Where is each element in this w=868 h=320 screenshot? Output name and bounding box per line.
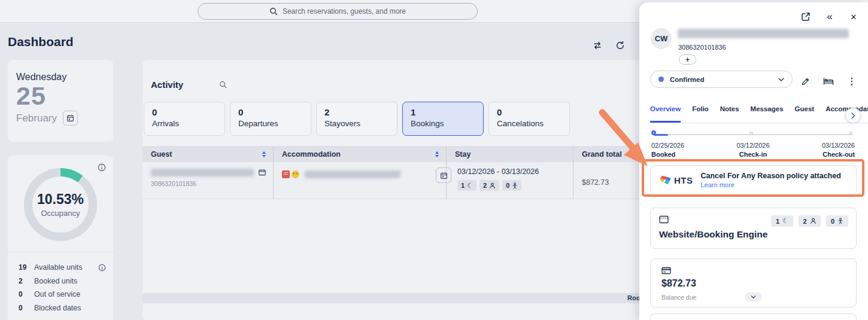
tab-overview[interactable]: Overview bbox=[650, 105, 681, 123]
timeline-dot-checkout bbox=[849, 132, 852, 135]
divider bbox=[8, 252, 113, 252]
date-day: 25 bbox=[16, 83, 105, 109]
cancellation-policy-card: HTS Cancel For Any Reason policy attache… bbox=[650, 165, 857, 195]
timeline-booked: 02/25/2026 Booked bbox=[651, 142, 684, 158]
occupancy-stats: 19 Available units 2 Booked units 0 Out … bbox=[8, 261, 113, 315]
column-header-guest[interactable]: Guest bbox=[142, 146, 273, 162]
accommodation-cell bbox=[273, 162, 446, 199]
refresh-icon[interactable] bbox=[613, 38, 627, 53]
sort-icon[interactable] bbox=[262, 151, 266, 157]
stat-tab-stayovers[interactable]: 2 Stayovers bbox=[316, 102, 397, 136]
global-search-input[interactable]: Search reservations, guests, and more bbox=[198, 3, 478, 20]
reservation-id: 3086320101836 bbox=[151, 180, 273, 187]
moon-icon: ☾ bbox=[782, 217, 788, 225]
moon-icon: ☾ bbox=[467, 182, 473, 190]
panel-tabs: Overview Folio Notes Messages Guest Acco… bbox=[650, 105, 868, 123]
balance-expand-button[interactable] bbox=[745, 292, 762, 301]
guest-name-redacted bbox=[678, 29, 849, 38]
open-new-window-icon[interactable] bbox=[800, 11, 812, 23]
balance-card: $872.73 Balance due bbox=[650, 258, 857, 307]
calendar-button[interactable] bbox=[63, 111, 78, 126]
guest-cell: 3086320101836 bbox=[142, 162, 273, 199]
child-icon bbox=[837, 218, 843, 224]
occupancy-percent: 10.53% bbox=[37, 191, 84, 208]
occupancy-label: Occupancy bbox=[41, 209, 80, 218]
child-icon bbox=[512, 182, 518, 189]
chevron-down-icon bbox=[778, 78, 784, 81]
nights-badge: 1 ☾ bbox=[771, 215, 793, 227]
accommodation-name-redacted bbox=[305, 170, 400, 178]
stat-out-of-service: 0 Out of service bbox=[8, 288, 113, 301]
occupancy-card: 10.53% Occupancy 19 Available units 2 Bo… bbox=[8, 156, 113, 320]
date-card: Wednesday 25 February bbox=[8, 60, 113, 142]
avatar: CW bbox=[651, 28, 672, 49]
hotel-emoji bbox=[282, 170, 290, 178]
footer-text: Roo bbox=[627, 294, 640, 301]
timeline-dot-checkin bbox=[749, 132, 753, 135]
stat-tab-bookings[interactable]: 1 Bookings bbox=[402, 102, 484, 136]
calendar-button[interactable] bbox=[436, 167, 451, 183]
edit-icon[interactable] bbox=[799, 75, 812, 88]
activity-stat-tabs: 0 Arrivals 0 Departures 2 Stayovers 1 Bo… bbox=[144, 102, 570, 136]
add-tag-button[interactable]: + bbox=[679, 54, 696, 65]
tab-folio[interactable]: Folio bbox=[692, 105, 708, 123]
booking-source-card: 1 ☾ 2 0 Website/Booking Engine bbox=[650, 208, 857, 249]
adults-badge: 2 bbox=[479, 180, 499, 191]
info-icon[interactable] bbox=[98, 163, 106, 172]
collapse-panel-icon[interactable]: « bbox=[824, 11, 836, 23]
stay-cell: 03/12/2026 - 03/13/2026 1 ☾ 2 bbox=[446, 162, 573, 199]
tab-guest[interactable]: Guest bbox=[795, 105, 815, 123]
person-icon bbox=[810, 218, 817, 224]
adults-badge: 2 bbox=[799, 215, 821, 227]
page-title: Dashboard bbox=[8, 35, 74, 49]
search-icon bbox=[269, 7, 278, 16]
next-card-partial bbox=[650, 313, 857, 320]
window-icon bbox=[259, 169, 266, 176]
booking-source-title: Website/Booking Engine bbox=[659, 229, 848, 240]
status-dot bbox=[658, 77, 664, 82]
timeline-dot-booked bbox=[651, 130, 656, 135]
timeline-checkin: 03/12/2026 Check-in bbox=[736, 142, 769, 158]
hts-logo-icon bbox=[660, 175, 672, 185]
stat-blocked-dates: 0 Blocked dates bbox=[8, 301, 113, 315]
activity-title: Activity bbox=[151, 80, 183, 90]
balance-amount: $872.73 bbox=[661, 278, 845, 289]
children-badge: 0 bbox=[502, 180, 521, 191]
guest-name-redacted bbox=[151, 169, 254, 176]
swap-icon[interactable] bbox=[590, 38, 605, 53]
column-header-stay[interactable]: Stay bbox=[446, 146, 573, 162]
tab-notes[interactable]: Notes bbox=[720, 105, 739, 123]
hts-logo: HTS bbox=[660, 175, 693, 185]
reservation-id: 3086320101836 bbox=[678, 44, 726, 51]
sort-icon[interactable] bbox=[435, 151, 439, 157]
bed-icon[interactable] bbox=[822, 75, 835, 88]
reservation-timeline: 02/25/2026 Booked 03/12/2026 Check-in 03… bbox=[651, 130, 855, 157]
nights-badge: 1 ☾ bbox=[457, 180, 477, 191]
person-icon bbox=[489, 182, 496, 189]
learn-more-link[interactable]: Learn more bbox=[701, 181, 841, 188]
hts-brand: HTS bbox=[674, 175, 693, 185]
tabs-scroll-right-button[interactable] bbox=[845, 108, 861, 123]
stay-dates: 03/12/2026 - 03/13/2026 bbox=[457, 167, 539, 176]
stat-booked-units: 2 Booked units bbox=[8, 275, 113, 288]
credit-card-icon bbox=[661, 267, 845, 275]
stat-tab-departures[interactable]: 0 Departures bbox=[230, 102, 311, 136]
status-dropdown[interactable]: Confirmed bbox=[650, 71, 793, 88]
kebab-menu-icon[interactable]: ⋮ bbox=[845, 75, 858, 88]
column-header-accommodation[interactable]: Accommodation bbox=[273, 146, 446, 162]
date-month: February bbox=[16, 112, 57, 124]
activity-search-icon[interactable] bbox=[219, 81, 227, 89]
search-placeholder: Search reservations, guests, and more bbox=[283, 7, 406, 16]
close-icon[interactable]: ✕ bbox=[848, 11, 860, 23]
children-badge: 0 bbox=[826, 215, 848, 227]
stat-tab-cancelations[interactable]: 0 Cancelations bbox=[488, 102, 570, 136]
policy-title: Cancel For Any Reason policy attached bbox=[701, 172, 841, 180]
timeline-checkout: 03/13/2026 Check-out bbox=[822, 142, 855, 158]
reservation-detail-panel: « ✕ CW 3086320101836 + Confirmed ⋮ Overv… bbox=[639, 2, 868, 320]
stat-tab-arrivals[interactable]: 0 Arrivals bbox=[144, 102, 225, 136]
stat-available-units: 19 Available units bbox=[8, 261, 113, 274]
tab-messages[interactable]: Messages bbox=[751, 105, 784, 123]
status-label: Confirmed bbox=[670, 76, 705, 83]
smiley-emoji bbox=[292, 170, 299, 178]
info-icon[interactable] bbox=[98, 264, 106, 272]
